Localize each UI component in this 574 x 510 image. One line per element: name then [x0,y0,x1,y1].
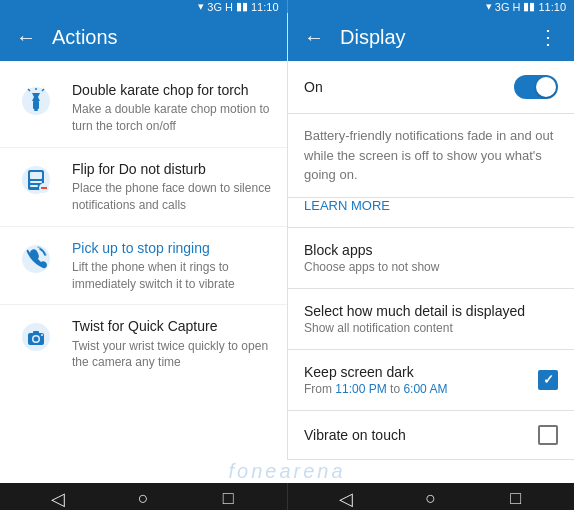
action-text-capture: Twist for Quick Capture Twist your wrist… [72,317,271,371]
setting-block-apps-text: Block apps Choose apps to not show [304,242,439,274]
info-text: Battery-friendly notifications fade in a… [288,114,574,198]
setting-detail-text: Select how much detail is displayed Show… [304,303,525,335]
action-title-torch: Double karate chop for torch [72,81,271,99]
status-bar: ▾ 3G H ▮▮ 11:10 ▾ 3G H ▮▮ 11:10 [0,0,574,13]
recents-nav-right[interactable]: □ [500,483,532,511]
battery-left: ▮▮ [236,0,248,13]
status-bar-right: ▾ 3G H ▮▮ 11:10 [288,0,575,13]
nav-half-right: ◁ ○ □ [287,483,575,511]
toggle-row[interactable]: On [288,61,574,114]
watermark-text: fonearena [228,460,345,483]
nav-bar: ◁ ○ □ ◁ ○ □ [0,483,574,511]
dnd-icon [16,160,56,200]
learn-more-link[interactable]: LEARN MORE [288,198,574,228]
left-panel-title: Actions [52,26,118,49]
action-text-ringing: Pick up to stop ringing Lift the phone w… [72,239,271,293]
capture-icon [16,317,56,357]
setting-vibrate-text: Vibrate on touch [304,427,406,443]
setting-detail[interactable]: Select how much detail is displayed Show… [288,289,574,350]
back-arrow-right[interactable]: ← [304,26,324,49]
toggle-label: On [304,79,323,95]
setting-screen-dark-title: Keep screen dark [304,364,447,380]
svg-rect-9 [30,181,42,183]
right-panel-title: Display [340,26,522,49]
setting-detail-title: Select how much detail is displayed [304,303,525,319]
setting-detail-sub: Show all notification content [304,321,525,335]
home-nav-right[interactable]: ○ [415,483,447,511]
toggle-switch[interactable] [514,75,558,99]
action-item-torch[interactable]: Double karate chop for torch Make a doub… [0,69,287,148]
h-icon-left: H [225,1,233,13]
checkbox-vibrate[interactable] [538,425,558,445]
action-title-dnd: Flip for Do not disturb [72,160,271,178]
action-title-capture: Twist for Quick Capture [72,317,271,335]
signal-icon-right: ▾ [486,0,492,13]
setting-screen-dark[interactable]: Keep screen dark From 11:00 PM to 6:00 A… [288,350,574,411]
time-right: 11:10 [538,1,566,13]
setting-screen-dark-text: Keep screen dark From 11:00 PM to 6:00 A… [304,364,447,396]
action-item-ringing[interactable]: Pick up to stop ringing Lift the phone w… [0,227,287,306]
setting-vibrate[interactable]: Vibrate on touch [288,411,574,460]
action-desc-capture: Twist your wrist twice quickly to open t… [72,338,271,372]
setting-block-apps[interactable]: Block apps Choose apps to not show [288,228,574,289]
action-title-ringing: Pick up to stop ringing [72,239,271,257]
back-arrow-left[interactable]: ← [16,26,36,49]
svg-rect-18 [33,331,39,334]
right-header: ← Display ⋮ [288,13,574,61]
checkbox-screen-dark[interactable] [538,370,558,390]
action-item-dnd[interactable]: Flip for Do not disturb Place the phone … [0,148,287,227]
action-text-torch: Double karate chop for torch Make a doub… [72,81,271,135]
setting-screen-dark-sub: From 11:00 PM to 6:00 AM [304,382,447,396]
svg-rect-10 [30,185,38,187]
menu-dots-icon[interactable]: ⋮ [538,25,558,49]
recents-nav-left[interactable]: □ [212,483,244,511]
svg-rect-2 [34,109,38,111]
battery-right: ▮▮ [523,0,535,13]
display-content: On Battery-friendly notifications fade i… [288,61,574,460]
action-text-dnd: Flip for Do not disturb Place the phone … [72,160,271,214]
time-to: 6:00 AM [403,382,447,396]
network-right: 3G [495,1,510,13]
action-desc-torch: Make a double karate chop motion to turn… [72,101,271,135]
action-desc-ringing: Lift the phone when it rings to immediat… [72,259,271,293]
network-left: 3G [207,1,222,13]
signal-icon-left: ▾ [198,0,204,13]
svg-rect-8 [30,172,42,179]
left-header: ← Actions [0,13,287,61]
nav-half-left: ◁ ○ □ [0,483,287,511]
action-desc-dnd: Place the phone face down to silence not… [72,180,271,214]
torch-icon [16,81,56,121]
back-nav-right[interactable]: ◁ [330,483,362,511]
time-left: 11:10 [251,1,279,13]
watermark-row: fonearena [0,460,574,483]
panels: ← Actions Double ka [0,13,574,460]
status-bar-left: ▾ 3G H ▮▮ 11:10 [0,0,288,13]
time-from: 11:00 PM [335,382,386,396]
svg-point-19 [41,334,43,336]
left-panel: ← Actions Double ka [0,13,287,460]
right-panel: ← Display ⋮ On Battery-friendly notifica… [287,13,574,460]
ringing-icon [16,239,56,279]
h-icon-right: H [513,1,521,13]
svg-rect-1 [33,101,39,109]
actions-list: Double karate chop for torch Make a doub… [0,61,287,460]
setting-block-apps-sub: Choose apps to not show [304,260,439,274]
setting-vibrate-title: Vibrate on touch [304,427,406,443]
back-nav-left[interactable]: ◁ [42,483,74,511]
action-item-capture[interactable]: Twist for Quick Capture Twist your wrist… [0,305,287,383]
setting-block-apps-title: Block apps [304,242,439,258]
home-nav-left[interactable]: ○ [127,483,159,511]
svg-point-17 [34,337,39,342]
